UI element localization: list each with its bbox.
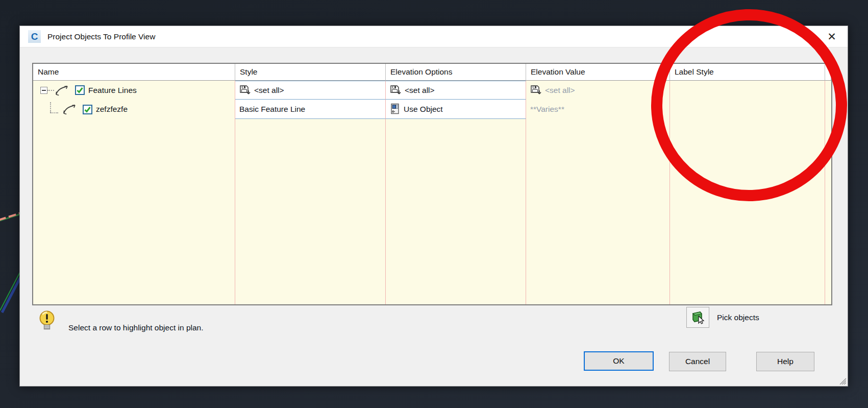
stub-cell <box>825 100 831 119</box>
tree-item-label: zefzfezfe <box>96 105 128 114</box>
label-style-cell[interactable] <box>670 100 825 119</box>
empty-grid-area <box>386 119 526 304</box>
column-header-label-style[interactable]: Label Style <box>670 64 825 81</box>
hint-text: Select a row to highlight object in plan… <box>68 323 204 332</box>
tree-item-label: Feature Lines <box>88 86 137 95</box>
hint-row: Select a row to highlight object in plan… <box>38 310 204 334</box>
feature-line-icon <box>54 84 69 97</box>
cell-text: Basic Feature Line <box>239 105 305 114</box>
projection-grid: Name Style Elevation Options Elevation V… <box>32 63 832 305</box>
pick-objects-icon <box>690 310 706 325</box>
cell-text: Use Object <box>404 105 443 114</box>
cancel-button[interactable]: Cancel <box>669 352 726 371</box>
green-segment-line <box>0 214 21 221</box>
dialog-title: Project Objects To Profile View <box>47 32 155 41</box>
elevation-value-cell[interactable]: **Varies** <box>526 100 670 119</box>
pick-objects-group: Pick objects <box>686 307 759 328</box>
elevation-options-cell-set-all[interactable]: <set all> <box>386 81 526 100</box>
column-header-elevation-value[interactable]: Elevation Value <box>526 64 670 81</box>
ok-button[interactable]: OK <box>584 351 654 371</box>
cell-text: **Varies** <box>530 105 564 114</box>
tree-connector <box>47 90 54 91</box>
label-style-cell[interactable] <box>670 81 825 100</box>
checkbox-checked-icon[interactable] <box>83 105 92 114</box>
resize-grip[interactable] <box>838 376 846 385</box>
use-object-icon <box>390 103 400 115</box>
close-icon[interactable]: ✕ <box>823 29 840 44</box>
style-cell-set-all[interactable]: <set all> <box>235 81 386 100</box>
dialog-titlebar[interactable]: C Project Objects To Profile View ✕ <box>20 26 848 47</box>
cell-text: <set all> <box>405 86 435 95</box>
set-all-disk-icon <box>390 85 401 95</box>
cell-text: <set all> <box>545 86 575 95</box>
empty-grid-area <box>825 119 831 304</box>
help-button[interactable]: Help <box>756 352 814 371</box>
checkbox-checked-icon[interactable] <box>75 85 85 95</box>
set-all-disk-icon <box>239 85 251 95</box>
empty-grid-area <box>33 119 235 304</box>
civil3d-app-icon: C <box>28 30 41 43</box>
elevation-value-cell-set-all[interactable]: <set all> <box>526 81 670 100</box>
autocad-canvas: C Project Objects To Profile View ✕ Name… <box>0 0 868 408</box>
feature-line-icon <box>62 103 77 115</box>
style-cell[interactable]: Basic Feature Line <box>235 100 386 119</box>
salmon-dashed-line <box>0 213 21 220</box>
tree-connector <box>50 102 51 112</box>
empty-grid-area <box>235 119 386 304</box>
pick-objects-button[interactable] <box>686 307 709 328</box>
column-header-elevation-options[interactable]: Elevation Options <box>386 64 526 81</box>
column-header-name[interactable]: Name <box>33 64 235 81</box>
table-row[interactable]: Feature Lines <box>33 81 235 100</box>
project-objects-dialog: C Project Objects To Profile View ✕ Name… <box>19 26 848 387</box>
pick-objects-label: Pick objects <box>717 313 759 322</box>
empty-grid-area <box>526 119 670 304</box>
empty-grid-area <box>670 119 825 304</box>
tree-collapse-icon[interactable] <box>40 87 47 94</box>
tree-connector <box>50 112 58 113</box>
stub-cell <box>825 81 831 100</box>
set-all-disk-icon <box>530 85 541 95</box>
table-row[interactable]: zefzfezfe <box>33 100 235 119</box>
column-header-stub <box>825 64 831 81</box>
lightbulb-icon <box>38 310 56 334</box>
elevation-options-cell[interactable]: Use Object <box>386 100 526 119</box>
cell-text: <set all> <box>254 86 284 95</box>
column-header-style[interactable]: Style <box>235 64 386 81</box>
